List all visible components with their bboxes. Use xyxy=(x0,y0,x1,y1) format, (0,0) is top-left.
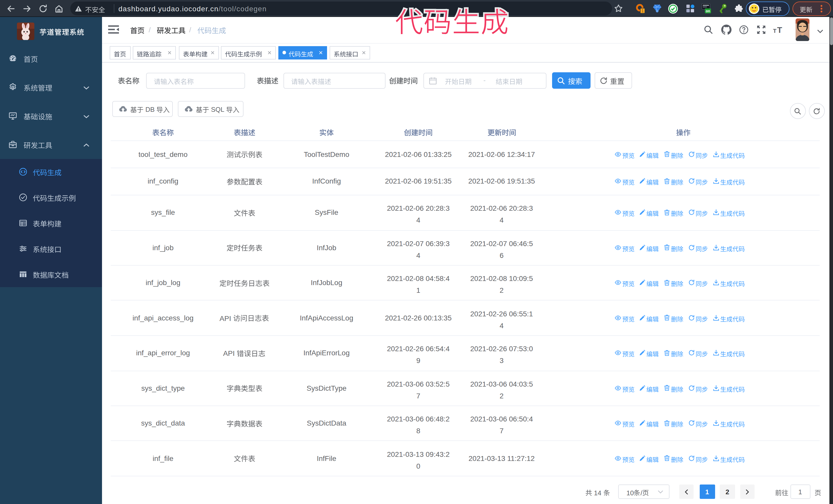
svg-text:T: T xyxy=(777,25,782,34)
svg-text:T: T xyxy=(773,28,777,34)
svg-text:1: 1 xyxy=(642,9,644,13)
svg-text:on: on xyxy=(706,9,710,13)
